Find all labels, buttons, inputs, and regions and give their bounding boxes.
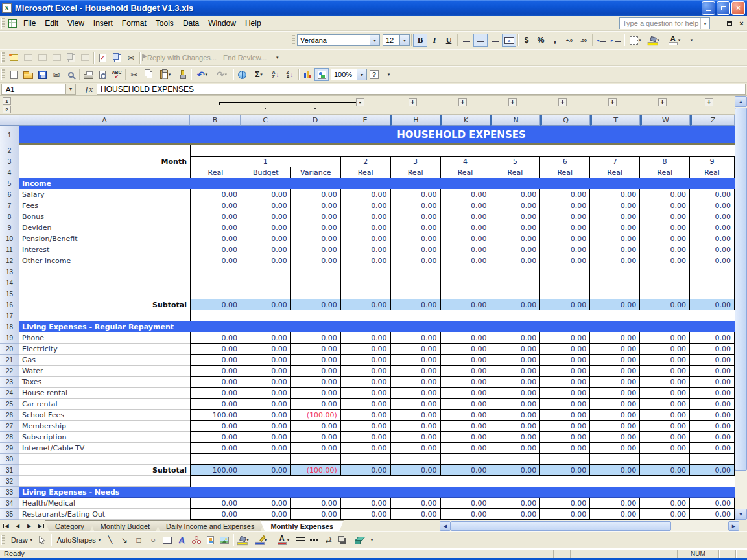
cell[interactable]: Real — [441, 167, 491, 178]
row-header-34[interactable]: 34 — [0, 498, 19, 509]
expand-group-button[interactable]: + — [409, 98, 417, 106]
cell[interactable]: 0.00 — [291, 366, 341, 377]
cell[interactable]: 4 — [441, 156, 491, 167]
oval-button[interactable]: ○ — [146, 533, 160, 546]
cell[interactable]: 0.00 — [690, 299, 735, 310]
restore-button[interactable] — [717, 1, 730, 15]
row-header-9[interactable]: 9 — [0, 222, 19, 233]
search-button[interactable] — [64, 68, 78, 81]
name-box-dropdown[interactable]: ▾ — [66, 84, 76, 95]
cell[interactable]: 0.00 — [441, 399, 491, 410]
cell[interactable]: 0.00 — [191, 233, 241, 244]
cell[interactable]: Real — [540, 167, 590, 178]
cell[interactable]: 0.00 — [441, 509, 491, 520]
cell[interactable]: 0.00 — [640, 355, 690, 366]
cell[interactable]: 0.00 — [441, 222, 491, 233]
cell[interactable]: 0.00 — [341, 222, 391, 233]
row-header-26[interactable]: 26 — [0, 410, 19, 421]
expand-group-button[interactable]: + — [608, 98, 617, 106]
cell[interactable] — [341, 454, 391, 465]
cell-A35[interactable]: Restaurants/Eating Out — [19, 509, 190, 520]
previous-sheet-button[interactable]: ◀ — [12, 520, 23, 531]
cell[interactable]: 0.00 — [540, 410, 590, 421]
cell-A26[interactable]: School Fees — [19, 410, 190, 421]
print-button[interactable] — [81, 68, 95, 81]
cell[interactable]: 0.00 — [490, 432, 540, 443]
cell[interactable]: 0.00 — [690, 366, 735, 377]
workbook-minimize-button[interactable]: _ — [711, 18, 722, 29]
cell[interactable]: 0.00 — [241, 299, 291, 310]
column-header-W[interactable]: W — [640, 115, 690, 126]
cell-A7[interactable]: Fees — [19, 200, 190, 211]
cell[interactable]: 0.00 — [690, 432, 735, 443]
cell[interactable]: 0.00 — [341, 410, 391, 421]
column-header-C[interactable]: C — [241, 115, 290, 126]
row-header-18[interactable]: 18 — [0, 321, 19, 332]
cell[interactable] — [490, 454, 540, 465]
cell[interactable]: 100.00 — [191, 465, 241, 476]
cell[interactable]: 0.00 — [241, 355, 291, 366]
cell[interactable]: 0.00 — [391, 432, 441, 443]
cell[interactable]: 0.00 — [590, 410, 640, 421]
cell[interactable]: 0.00 — [241, 443, 291, 454]
cell[interactable] — [341, 288, 391, 299]
cell[interactable]: 0.00 — [341, 355, 391, 366]
cell[interactable]: 0.00 — [341, 233, 391, 244]
tab-daily-income-and-expenses[interactable]: Daily Income and Expenses — [156, 520, 265, 531]
cell[interactable]: 0.00 — [191, 222, 241, 233]
cell[interactable]: 0.00 — [341, 211, 391, 222]
cell[interactable]: 0.00 — [690, 498, 735, 509]
cell[interactable]: 0.00 — [690, 399, 735, 410]
outline-level-2-button[interactable]: 2 — [3, 106, 11, 113]
cell[interactable]: 0.00 — [191, 498, 241, 509]
cell[interactable]: 0.00 — [490, 388, 540, 399]
cell[interactable]: 0.00 — [490, 332, 540, 344]
cell[interactable]: Real — [590, 167, 640, 178]
cell[interactable] — [391, 454, 441, 465]
cell-region[interactable] — [190, 310, 735, 321]
copy-button[interactable] — [141, 68, 156, 81]
row-header-10[interactable]: 10 — [0, 233, 19, 244]
cell[interactable]: 0.00 — [590, 189, 640, 200]
cell[interactable] — [690, 277, 735, 288]
cell[interactable] — [640, 266, 690, 277]
align-right-button[interactable] — [488, 34, 502, 47]
merge-center-button[interactable]: a — [502, 34, 516, 47]
cell[interactable]: 7 — [590, 156, 640, 167]
cell[interactable]: 0.00 — [640, 498, 690, 509]
comma-button[interactable]: , — [548, 34, 562, 47]
toolbar-grip[interactable] — [1, 535, 5, 545]
decrease-indent-button[interactable]: ◄ — [594, 34, 608, 47]
cell-A29[interactable]: Internet/Cable TV — [19, 443, 190, 454]
cell[interactable]: 0.00 — [291, 388, 341, 399]
cell-A22[interactable]: Water — [19, 366, 190, 377]
cell[interactable] — [590, 277, 640, 288]
toolbar-options-button[interactable]: ▾ — [381, 68, 396, 81]
toolbar-options-button[interactable]: ▾ — [270, 51, 284, 64]
line-style-button[interactable] — [293, 533, 307, 546]
cell[interactable]: 0.00 — [291, 244, 341, 255]
cell[interactable] — [291, 454, 341, 465]
row-header-28[interactable]: 28 — [0, 432, 19, 443]
cell[interactable]: 0.00 — [441, 244, 491, 255]
spelling-button[interactable]: ABC✓ — [110, 68, 124, 81]
cell[interactable]: 0.00 — [690, 233, 735, 244]
cell[interactable]: 0.00 — [690, 255, 735, 266]
cell[interactable]: 0.00 — [441, 377, 491, 388]
cell[interactable]: 0.00 — [241, 222, 291, 233]
save-button[interactable] — [35, 68, 49, 81]
cell[interactable]: (100.00) — [291, 465, 341, 476]
end-review-button[interactable]: End Review... — [220, 54, 270, 62]
cell[interactable]: 0.00 — [441, 366, 491, 377]
cell[interactable]: 0.00 — [441, 332, 491, 344]
cell[interactable]: 0.00 — [241, 465, 291, 476]
show-all-comments-button[interactable] — [64, 51, 78, 64]
cell[interactable]: 0.00 — [540, 366, 590, 377]
currency-button[interactable]: $ — [519, 34, 534, 47]
cell[interactable]: 0.00 — [291, 443, 341, 454]
cell[interactable]: 0.00 — [391, 465, 441, 476]
chevron-down-icon[interactable]: ▾ — [206, 72, 208, 77]
cell[interactable]: 0.00 — [590, 421, 640, 432]
workbook-close-button[interactable]: × — [736, 18, 747, 29]
tab-monthly-budget[interactable]: Monthly Budget — [90, 520, 160, 531]
